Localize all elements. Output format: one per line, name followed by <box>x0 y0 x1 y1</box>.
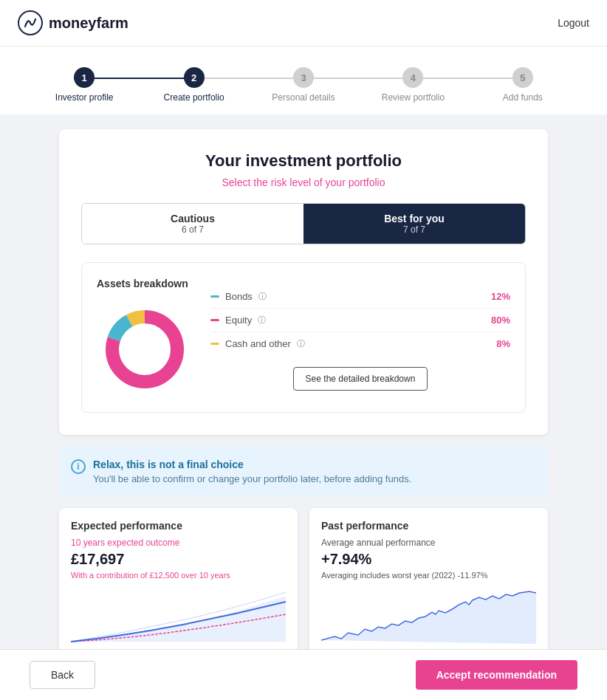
assets-left: Assets breakdown <box>97 278 193 397</box>
subtitle-prefix: Select the risk level of <box>222 176 326 188</box>
portfolio-subtitle: Select the risk level of your portfolio <box>81 176 526 188</box>
expected-chart-svg <box>71 589 286 648</box>
step-circle-2: 2 <box>184 67 205 88</box>
cash-dot <box>210 343 219 345</box>
bonds-dot <box>210 295 219 298</box>
donut-svg <box>97 301 193 397</box>
header: moneyfarm Logout <box>0 0 607 47</box>
legend-cash: Cash and other ⓘ 8% <box>210 332 510 355</box>
logo-icon <box>18 10 43 35</box>
footer: Back Accept recommendation <box>0 649 607 700</box>
best-name: Best for you <box>312 213 516 224</box>
step-personal-details: 3 Personal details <box>249 67 358 103</box>
info-body: You'll be able to confirm or change your… <box>93 473 411 484</box>
annual-value: +7.94% <box>321 551 536 568</box>
cautious-name: Cautious <box>91 213 295 224</box>
annual-sub: Averaging includes worst year (2022) -11… <box>321 571 536 580</box>
risk-option-best[interactable]: Best for you 7 of 7 <box>304 204 525 244</box>
legend-section: Bonds ⓘ 12% Equity ⓘ 80% C <box>210 285 510 391</box>
logo-text: moneyfarm <box>49 15 128 32</box>
main-content: Your investment portfolio Select the ris… <box>0 114 607 700</box>
step-label-5: Add funds <box>503 92 543 103</box>
stepper: 1 Investor profile 2 Create portfolio 3 … <box>0 47 607 114</box>
legend-cash-left: Cash and other ⓘ <box>210 338 305 349</box>
best-sub: 7 of 7 <box>312 224 516 235</box>
cash-pct: 8% <box>496 338 510 349</box>
bonds-pct: 12% <box>491 291 510 302</box>
subtitle-suffix: portfolio <box>346 176 385 188</box>
logout-button[interactable]: Logout <box>558 17 589 29</box>
step-label-2: Create portfolio <box>164 92 224 103</box>
outcome-sub: With a contribution of £12,500 over 10 y… <box>71 571 286 580</box>
step-label-3: Personal details <box>272 92 335 103</box>
svg-point-4 <box>123 327 167 371</box>
step-review-portfolio: 4 Review portfolio <box>358 67 467 103</box>
legend-equity: Equity ⓘ 80% <box>210 309 510 332</box>
legend-equity-left: Equity ⓘ <box>210 315 266 326</box>
portfolio-card: Your investment portfolio Select the ris… <box>59 129 548 435</box>
bonds-info-icon: ⓘ <box>258 291 267 302</box>
annual-label: Average annual performance <box>321 538 536 548</box>
cash-info-icon: ⓘ <box>297 338 305 349</box>
past-chart-svg <box>321 589 536 648</box>
past-chart <box>321 589 536 648</box>
equity-info-icon: ⓘ <box>258 315 266 326</box>
back-button[interactable]: Back <box>30 661 95 689</box>
cautious-sub: 6 of 7 <box>91 224 295 235</box>
step-label-1: Investor profile <box>55 92 114 103</box>
step-circle-4: 4 <box>402 67 423 88</box>
assets-title: Assets breakdown <box>97 278 193 289</box>
past-title: Past performance <box>321 520 536 532</box>
logo: moneyfarm <box>18 10 128 35</box>
assets-section: Assets breakdown <box>81 262 526 413</box>
legend-bonds-left: Bonds ⓘ <box>210 291 267 302</box>
portfolio-title: Your investment portfolio <box>81 151 526 171</box>
equity-pct: 80% <box>491 315 510 326</box>
outcome-label: 10 years expected outcome <box>71 538 286 548</box>
risk-selector: Cautious 6 of 7 Best for you 7 of 7 <box>81 203 526 244</box>
info-banner: i Relax, this is not a final choice You'… <box>59 447 548 496</box>
step-investor-profile: 1 Investor profile <box>30 67 139 103</box>
info-icon: i <box>71 459 86 474</box>
bonds-label: Bonds <box>225 291 253 302</box>
info-text: Relax, this is not a final choice You'll… <box>93 459 411 484</box>
info-title: Relax, this is not a final choice <box>93 459 411 470</box>
expected-chart <box>71 589 286 648</box>
donut-chart <box>97 301 193 397</box>
equity-dot <box>210 319 219 321</box>
outcome-value: £17,697 <box>71 551 286 568</box>
step-circle-1: 1 <box>74 67 95 88</box>
accept-recommendation-button[interactable]: Accept recommendation <box>416 660 577 690</box>
step-create-portfolio: 2 Create portfolio <box>139 67 248 103</box>
subtitle-highlight: your <box>326 176 346 188</box>
step-add-funds: 5 Add funds <box>468 67 577 103</box>
expected-title: Expected performance <box>71 520 286 532</box>
step-circle-5: 5 <box>512 67 533 88</box>
equity-label: Equity <box>225 315 252 326</box>
cash-label: Cash and other <box>225 338 291 349</box>
legend-bonds: Bonds ⓘ 12% <box>210 285 510 309</box>
step-circle-3: 3 <box>293 67 314 88</box>
risk-option-cautious[interactable]: Cautious 6 of 7 <box>82 204 304 244</box>
step-label-4: Review portfolio <box>382 92 445 103</box>
breakdown-button[interactable]: See the detailed breakdown <box>293 367 428 391</box>
